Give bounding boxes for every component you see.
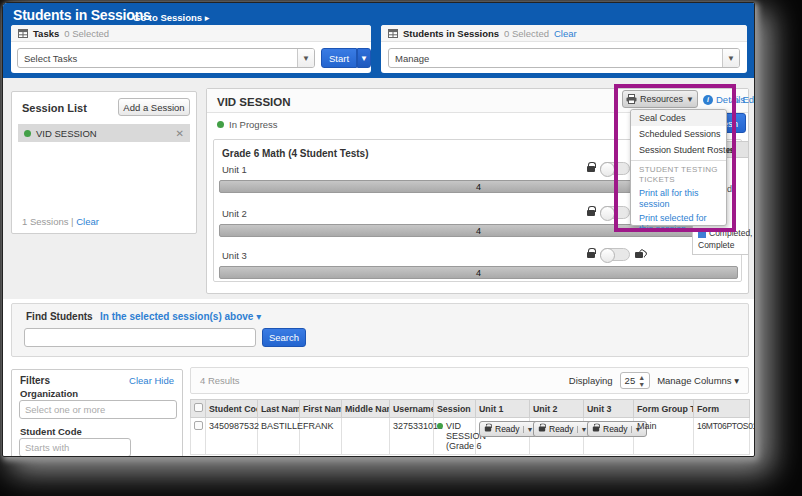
organization-label: Organization	[20, 388, 78, 399]
col-unit-3[interactable]: Unit 3	[584, 400, 634, 418]
search-scope-dropdown[interactable]: In the selected session(s) above ▾	[100, 311, 261, 322]
unit-2-status-dropdown[interactable]: Ready▼	[533, 421, 593, 437]
menu-item-scheduled-sessions[interactable]: Scheduled Sessions	[631, 126, 726, 142]
session-list-title: Session List	[22, 102, 87, 114]
printer-icon	[626, 94, 637, 104]
unit-1-label: Unit 1	[222, 164, 247, 175]
chevron-down-icon: ▼	[686, 95, 694, 104]
students-grid-icon	[388, 29, 398, 38]
page-size-select[interactable]: 25 ▲▼	[620, 372, 651, 389]
unit-3-toggle[interactable]	[600, 248, 630, 261]
col-form[interactable]: Form	[694, 400, 750, 418]
chevron-down-icon: ▼	[360, 54, 368, 63]
resources-dropdown-menu: Seal Codes Scheduled Sessions Session St…	[630, 109, 727, 226]
session-list-item[interactable]: VID SESSION ✕	[18, 124, 190, 142]
manage-columns-button[interactable]: Manage Columns ▾	[657, 375, 739, 386]
search-button-label: Search	[269, 332, 299, 343]
resources-button[interactable]: Resources ▼	[622, 90, 698, 108]
select-all-checkbox[interactable]	[194, 403, 203, 412]
cell-middle-name	[342, 418, 390, 455]
menu-section-heading: STUDENT TESTING TICKETS	[631, 164, 726, 186]
filters-hide-link[interactable]: Hide	[154, 375, 174, 386]
find-students-search-input[interactable]	[24, 328, 256, 347]
col-unit-1[interactable]: Unit 1	[476, 400, 530, 418]
session-list-footer: 1 Sessions | Clear	[22, 216, 99, 227]
results-table: Student Code Last Name First Name Middle…	[190, 399, 750, 455]
lock-closed-icon	[485, 427, 491, 432]
cell-session: VID SESSION (Grade 6	[434, 418, 476, 455]
legend-item-line2: Complete	[698, 240, 734, 250]
chevron-down-icon: ▼	[297, 49, 314, 67]
stepper-arrows-icon: ▲▼	[638, 374, 645, 388]
in-progress-dot-icon	[217, 121, 224, 128]
session-status-dot-icon	[24, 130, 31, 137]
edit-link[interactable]: ✎ Edit	[731, 94, 755, 105]
menu-link-print-selected[interactable]: Print selected for this session	[631, 211, 726, 236]
filters-clear-link[interactable]: Clear	[129, 375, 152, 386]
start-split-caret-button[interactable]: ▼	[357, 48, 371, 68]
page-size-value: 25	[625, 375, 636, 386]
col-student-code[interactable]: Student Code	[206, 400, 258, 418]
col-form-group-type[interactable]: Form Group Type	[634, 400, 694, 418]
remove-session-icon[interactable]: ✕	[176, 128, 184, 139]
students-clear-link[interactable]: Clear	[554, 28, 577, 39]
col-last-name[interactable]: Last Name	[258, 400, 300, 418]
tasks-panel-title: Tasks	[33, 28, 59, 39]
menu-item-seal-codes[interactable]: Seal Codes	[631, 110, 726, 126]
students-panel-title: Students in Sessions	[403, 28, 499, 39]
cell-form: 16MT06PTOS01010	[694, 418, 750, 455]
col-unit-2[interactable]: Unit 2	[530, 400, 584, 418]
organization-input[interactable]	[19, 400, 177, 419]
cell-username: 3275331011	[390, 418, 434, 455]
edit-link-label: Edit	[742, 94, 755, 105]
unit-1-toggle[interactable]	[600, 162, 630, 175]
menu-link-print-all[interactable]: Print all for this session	[631, 186, 726, 211]
manage-dropdown-value: Manage	[389, 53, 722, 64]
results-count: 4 Results	[200, 375, 240, 386]
add-session-button[interactable]: Add a Session	[118, 98, 190, 116]
unit-3-lock-toggle	[587, 248, 643, 261]
search-button[interactable]: Search	[262, 328, 306, 347]
students-panel-header: Students in Sessions 0 Selected Clear	[381, 25, 747, 42]
col-middle-name[interactable]: Middle Name	[342, 400, 390, 418]
menu-item-session-student-roster[interactable]: Session Student Roster	[631, 142, 726, 158]
lock-closed-icon	[539, 427, 545, 432]
unit-2-status-label: Ready	[549, 424, 574, 434]
col-username[interactable]: Username	[390, 400, 434, 418]
unit-2-toggle[interactable]	[600, 206, 630, 219]
results-bar: 4 Results Displaying 25 ▲▼ Manage Column…	[190, 367, 749, 394]
session-list-panel: Session List Add a Session VID SESSION ✕…	[11, 91, 197, 234]
students-in-sessions-panel: Students in Sessions 0 Selected Clear Ma…	[381, 25, 747, 73]
menu-divider	[631, 160, 726, 161]
row-checkbox[interactable]	[194, 421, 203, 430]
start-button[interactable]: Start	[321, 48, 357, 68]
table-header-row: Student Code Last Name First Name Middle…	[191, 400, 750, 418]
manage-dropdown[interactable]: Manage ▼	[388, 48, 740, 68]
table-row: 3450987532 BASTILLE FRANK 3275331011 VID…	[191, 418, 750, 455]
col-first-name[interactable]: First Name	[300, 400, 342, 418]
select-tasks-dropdown[interactable]: Select Tasks ▼	[17, 48, 315, 68]
col-session[interactable]: Session	[434, 400, 476, 418]
chevron-down-icon: ▼	[722, 49, 739, 67]
lock-open-icon	[635, 252, 643, 258]
chevron-down-icon: ▼	[523, 426, 534, 433]
session-list-clear-link[interactable]: Clear	[76, 216, 99, 227]
resources-button-label: Resources	[640, 94, 683, 104]
unit-1-status-dropdown[interactable]: Ready▼	[479, 421, 539, 437]
unit-3-progress-bar: 4	[219, 266, 738, 279]
unit-3-status-label: Ready	[603, 424, 628, 434]
find-students-panel: Find Students In the selected session(s)…	[11, 303, 749, 357]
student-code-input[interactable]	[19, 438, 131, 457]
go-to-sessions-link[interactable]: Go to Sessions ▸	[133, 12, 210, 23]
start-button-label: Start	[329, 53, 349, 64]
students-selected-count: 0 Selected	[504, 28, 549, 39]
unit-3-label: Unit 3	[222, 250, 247, 261]
filters-title: Filters	[20, 375, 50, 386]
page-title: Students in Sessions	[13, 7, 151, 23]
cell-unit-3: Ready▼	[584, 418, 634, 455]
pencil-icon: ✎	[730, 95, 741, 103]
session-status-label: In Progress	[229, 119, 278, 130]
chevron-down-icon: ▼	[577, 426, 588, 433]
session-item-label: VID SESSION	[36, 128, 97, 139]
add-session-label: Add a Session	[123, 102, 184, 113]
